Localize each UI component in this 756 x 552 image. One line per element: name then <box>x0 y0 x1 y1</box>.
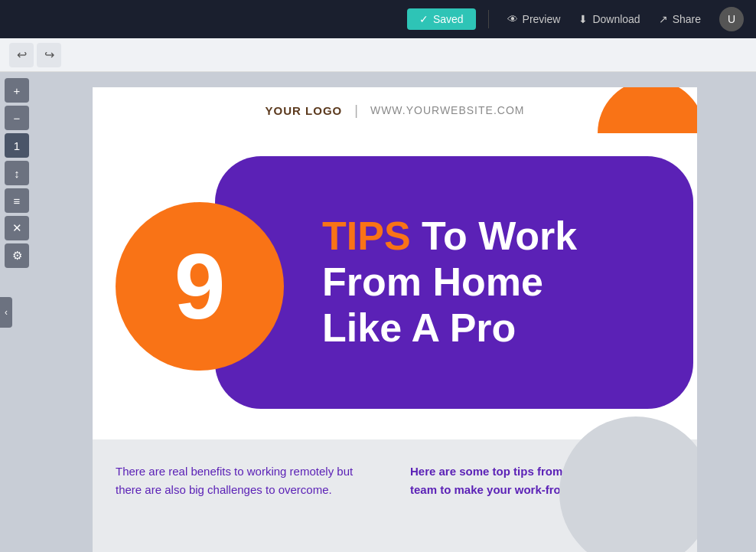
bottom-section: There are real benefits to working remot… <box>93 439 697 552</box>
collapse-panel-button[interactable]: ‹ <box>0 297 12 328</box>
tips-label: TIPS <box>322 214 411 258</box>
page-number-button[interactable]: 1 <box>5 133 29 158</box>
share-button[interactable]: ↗ Share <box>653 10 707 28</box>
close-icon: ✕ <box>12 221 22 235</box>
avatar[interactable]: U <box>719 7 744 31</box>
purple-blob-background: TIPS To Work From Home Like A Pro <box>215 156 693 409</box>
check-icon: ✓ <box>419 13 429 25</box>
redo-icon: ↪ <box>44 47 54 62</box>
canvas-header: YOUR LOGO | WWW.YOURWEBSITE.COM <box>93 87 697 133</box>
download-button[interactable]: ⬇ Download <box>572 10 646 28</box>
hero-line3: Like A Pro <box>322 305 516 350</box>
editor-area: ‹ + − 1 ↕ ≡ ✕ ⚙ YOUR LOGO | W <box>0 72 756 552</box>
eye-icon: 👁 <box>507 13 518 25</box>
website-text: WWW.YOURWEBSITE.COM <box>370 104 525 116</box>
number-circle: 9 <box>116 202 284 371</box>
download-icon: ⬇ <box>578 13 588 25</box>
undo-icon: ↩ <box>17 47 27 62</box>
chevron-left-icon: ‹ <box>5 307 8 318</box>
logo-text: YOUR LOGO <box>266 104 343 117</box>
redo-button[interactable]: ↪ <box>37 43 61 67</box>
canvas[interactable]: YOUR LOGO | WWW.YOURWEBSITE.COM TIPS To … <box>93 87 697 552</box>
saved-button[interactable]: ✓ Saved <box>407 8 476 30</box>
minus-icon: − <box>14 112 21 125</box>
canvas-container: YOUR LOGO | WWW.YOURWEBSITE.COM TIPS To … <box>34 72 756 552</box>
hero-title: TIPS To Work From Home Like A Pro <box>322 214 577 351</box>
remove-element-button[interactable]: − <box>5 106 29 130</box>
bottom-left-text: There are real benefits to working remot… <box>116 462 380 539</box>
preview-button[interactable]: 👁 Preview <box>501 10 567 28</box>
page-number-icon: 1 <box>14 139 20 152</box>
share-icon: ↗ <box>659 13 668 25</box>
layers-button[interactable]: ≡ <box>5 188 29 213</box>
nav-divider <box>488 10 489 28</box>
plus-icon: + <box>14 84 21 97</box>
toolbar: ↩ ↪ <box>0 38 756 72</box>
navbar: ✓ Saved 👁 Preview ⬇ Download ↗ Share U <box>0 0 756 38</box>
left-sidebar: ‹ + − 1 ↕ ≡ ✕ ⚙ <box>0 72 34 552</box>
share-label: Share <box>673 13 701 25</box>
undo-button[interactable]: ↩ <box>9 43 34 67</box>
resize-icon: ↕ <box>14 167 20 180</box>
settings-icon: ⚙ <box>12 249 22 263</box>
add-element-button[interactable]: + <box>5 78 29 103</box>
delete-button[interactable]: ✕ <box>5 216 29 240</box>
layers-icon: ≡ <box>14 194 21 207</box>
preview-label: Preview <box>523 13 561 25</box>
avatar-initial: U <box>728 13 735 25</box>
hero-section: TIPS To Work From Home Like A Pro 9 <box>93 133 697 439</box>
settings-button[interactable]: ⚙ <box>5 243 29 268</box>
hero-line2: From Home <box>322 260 543 304</box>
saved-label: Saved <box>433 13 464 25</box>
resize-button[interactable]: ↕ <box>5 161 29 185</box>
header-divider: | <box>354 103 358 119</box>
download-label: Download <box>592 13 640 25</box>
number-text: 9 <box>174 240 226 332</box>
